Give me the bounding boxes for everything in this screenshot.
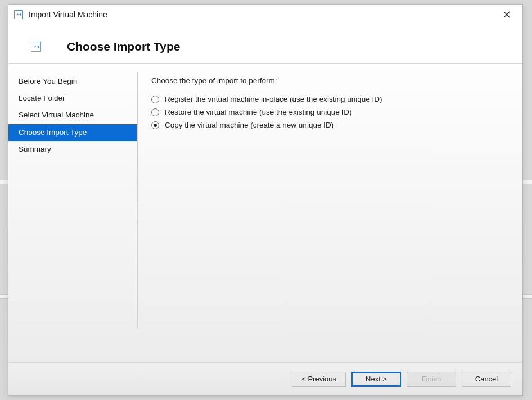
step-choose-import-type[interactable]: Choose Import Type	[8, 124, 138, 141]
close-icon	[503, 11, 510, 18]
content: Before You Begin Locate Folder Select Vi…	[8, 63, 522, 362]
radio-icon	[151, 121, 159, 129]
option-label: Copy the virtual machine (create a new u…	[165, 121, 333, 129]
finish-button: Finish	[407, 372, 456, 387]
import-icon	[31, 42, 41, 52]
next-button[interactable]: Next >	[351, 372, 401, 387]
page-header: Choose Import Type	[8, 24, 522, 63]
page-title: Choose Import Type	[67, 40, 180, 53]
option-label: Register the virtual machine in-place (u…	[165, 95, 382, 103]
radio-icon	[151, 96, 159, 103]
import-vm-dialog: Import Virtual Machine Choose Import Typ…	[8, 4, 523, 396]
step-before-you-begin[interactable]: Before You Begin	[8, 73, 138, 90]
main-panel: Choose the type of import to perform: Re…	[138, 64, 522, 362]
option-copy[interactable]: Copy the virtual machine (create a new u…	[151, 119, 509, 131]
steps-sidebar: Before You Begin Locate Folder Select Vi…	[8, 64, 138, 362]
step-locate-folder[interactable]: Locate Folder	[8, 90, 138, 107]
previous-button[interactable]: < Previous	[292, 372, 346, 387]
instruction-text: Choose the type of import to perform:	[151, 76, 509, 85]
step-summary[interactable]: Summary	[8, 141, 138, 158]
option-register-in-place[interactable]: Register the virtual machine in-place (u…	[151, 93, 509, 106]
step-select-virtual-machine[interactable]: Select Virtual Machine	[8, 107, 138, 124]
radio-icon	[151, 108, 159, 116]
titlebar: Import Virtual Machine	[8, 5, 522, 24]
dialog-footer: < Previous Next > Finish Cancel	[8, 362, 522, 395]
window-title: Import Virtual Machine	[29, 10, 107, 19]
option-restore[interactable]: Restore the virtual machine (use the exi…	[151, 106, 509, 119]
cancel-button[interactable]: Cancel	[462, 372, 511, 387]
close-button[interactable]	[495, 7, 518, 22]
import-icon	[14, 10, 23, 19]
option-label: Restore the virtual machine (use the exi…	[165, 108, 351, 116]
